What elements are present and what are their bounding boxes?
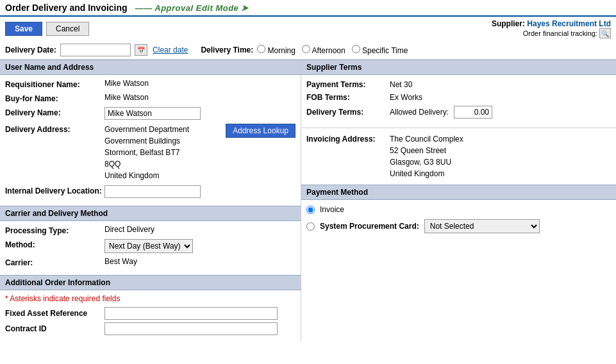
- asterisk-note: * Asterisks indicate required fields: [5, 294, 296, 303]
- payment-method-section-header: Payment Method: [301, 185, 616, 200]
- delivery-time-options: Morning Afternoon Specific Time: [257, 45, 408, 55]
- user-address-form: Requisitioner Name: Mike Watson Buy-for …: [0, 75, 301, 206]
- requisitioner-row: Requisitioner Name: Mike Watson: [5, 79, 296, 89]
- morning-radio[interactable]: [257, 45, 265, 53]
- supplier-terms-section-header: Supplier Terms: [301, 60, 616, 75]
- delivery-address-row: Delivery Address: Government DepartmentG…: [5, 124, 296, 181]
- carrier-label: Carrier:: [5, 257, 104, 267]
- invoicing-address-label: Invoicing Address:: [306, 133, 390, 144]
- contract-id-row: Contract ID: [5, 322, 296, 335]
- additional-section-header: Additional Order Information: [0, 275, 301, 290]
- page-title: Order Delivery and Invoicing: [5, 3, 128, 13]
- carrier-row: Carrier: Best Way: [5, 257, 296, 267]
- contract-id-input[interactable]: [104, 322, 278, 335]
- supplier-label: Supplier:: [492, 19, 525, 28]
- approval-mode-label: Approval Edit Mode: [135, 3, 249, 13]
- internal-delivery-input[interactable]: [104, 185, 201, 198]
- delivery-terms-value: Allowed Delivery:: [390, 106, 492, 119]
- procurement-card-row: System Procurement Card: Not Selected Ca…: [306, 219, 611, 233]
- payment-terms-value: Net 30: [390, 80, 412, 89]
- afternoon-radio[interactable]: [302, 45, 310, 53]
- divider: [301, 128, 616, 128]
- order-tracking-label: Order financial tracking:: [523, 29, 597, 37]
- delivery-name-row: Delivery Name:: [5, 107, 296, 120]
- delivery-date-input[interactable]: [60, 44, 131, 56]
- carrier-value: Best Way: [104, 257, 296, 266]
- morning-option[interactable]: Morning: [257, 45, 296, 55]
- tracking-icon[interactable]: 🔍: [599, 28, 611, 38]
- delivery-time-group: Delivery Time: Morning Afternoon Specifi…: [201, 45, 408, 55]
- invoicing-address-value: The Council Complex52 Queen StreetGlasgo…: [390, 133, 463, 179]
- delivery-name-input[interactable]: [104, 107, 201, 120]
- delivery-date-label: Delivery Date:: [5, 46, 56, 54]
- toolbar: Save Cancel Supplier: Hayes Recruitment …: [0, 17, 616, 41]
- allowed-delivery-input[interactable]: [454, 106, 492, 119]
- delivery-address-value: Government DepartmentGovernment Building…: [104, 124, 296, 181]
- supplier-info: Supplier: Hayes Recruitment Ltd Order fi…: [492, 19, 611, 38]
- carrier-section-header: Carrier and Delivery Method: [0, 206, 301, 221]
- processing-type-row: Processing Type: Direct Delivery: [5, 225, 296, 235]
- fixed-asset-row: Fixed Asset Reference: [5, 307, 296, 320]
- processing-type-value: Direct Delivery: [104, 225, 296, 234]
- delivery-time-label: Delivery Time:: [201, 46, 253, 54]
- delivery-address-label: Delivery Address:: [5, 124, 104, 134]
- cancel-button[interactable]: Cancel: [46, 22, 89, 36]
- invoice-payment-row: Invoice: [306, 205, 611, 214]
- additional-form: * Asterisks indicate required fields Fix…: [0, 290, 301, 342]
- proc-card-radio[interactable]: [306, 222, 315, 231]
- payment-method-form: Invoice System Procurement Card: Not Sel…: [301, 200, 616, 244]
- invoicing-address-row: Invoicing Address: The Council Complex52…: [306, 133, 611, 179]
- requisitioner-label: Requisitioner Name:: [5, 79, 104, 89]
- proc-card-label: System Procurement Card:: [320, 222, 419, 231]
- calendar-icon[interactable]: 📅: [135, 44, 147, 56]
- delivery-address-text: Government DepartmentGovernment Building…: [104, 124, 221, 181]
- delivery-terms-row: Delivery Terms: Allowed Delivery:: [306, 106, 611, 119]
- payment-terms-label: Payment Terms:: [306, 80, 390, 89]
- buy-for-row: Buy-for Name: Mike Watson: [5, 93, 296, 103]
- method-row: Method: Next Day (Best Way) Standard Exp…: [5, 239, 296, 253]
- carrier-form: Processing Type: Direct Delivery Method:…: [0, 221, 301, 275]
- supplier-name: Hayes Recruitment Ltd: [527, 19, 611, 28]
- buy-for-label: Buy-for Name:: [5, 93, 104, 103]
- save-button[interactable]: Save: [5, 22, 42, 36]
- payment-terms-row: Payment Terms: Net 30: [306, 80, 611, 89]
- method-select[interactable]: Next Day (Best Way) Standard Express: [104, 239, 193, 253]
- invoice-radio[interactable]: [306, 206, 315, 214]
- method-label: Method:: [5, 239, 104, 249]
- delivery-date-group: Delivery Date: 📅 Clear date: [5, 44, 188, 56]
- main-content: User Name and Address Requisitioner Name…: [0, 60, 616, 342]
- left-column: User Name and Address Requisitioner Name…: [0, 60, 301, 342]
- internal-delivery-field: [104, 185, 296, 198]
- supplier-terms-form: Payment Terms: Net 30 FOB Terms: Ex Work…: [301, 75, 616, 128]
- invoice-label: Invoice: [320, 205, 344, 214]
- internal-delivery-row: Internal Delivery Location:: [5, 185, 296, 198]
- fixed-asset-label: Fixed Asset Reference: [5, 309, 104, 318]
- fob-terms-row: FOB Terms: Ex Works: [306, 93, 611, 102]
- delivery-name-label: Delivery Name:: [5, 107, 104, 117]
- clear-date-link[interactable]: Clear date: [153, 46, 188, 54]
- specific-time-option[interactable]: Specific Time: [352, 45, 408, 55]
- internal-delivery-label: Internal Delivery Location:: [5, 185, 104, 195]
- delivery-terms-label: Delivery Terms:: [306, 108, 390, 117]
- requisitioner-value: Mike Watson: [104, 79, 296, 88]
- proc-card-select[interactable]: Not Selected Card 1 Card 2: [424, 219, 540, 233]
- afternoon-option[interactable]: Afternoon: [302, 45, 345, 55]
- processing-type-label: Processing Type:: [5, 225, 104, 235]
- specific-time-radio[interactable]: [352, 45, 360, 53]
- toolbar-buttons: Save Cancel: [5, 22, 89, 36]
- buy-for-value: Mike Watson: [104, 93, 296, 102]
- address-lookup-button[interactable]: Address Lookup: [226, 124, 296, 138]
- fob-terms-value: Ex Works: [390, 93, 422, 102]
- right-column: Supplier Terms Payment Terms: Net 30 FOB…: [301, 60, 616, 342]
- contract-id-label: Contract ID: [5, 324, 104, 333]
- fob-terms-label: FOB Terms:: [306, 93, 390, 102]
- delivery-date-time-row: Delivery Date: 📅 Clear date Delivery Tim…: [0, 41, 616, 60]
- user-address-section-header: User Name and Address: [0, 60, 301, 75]
- delivery-name-field: [104, 107, 296, 120]
- allowed-delivery-label: Allowed Delivery:: [390, 108, 449, 117]
- method-field: Next Day (Best Way) Standard Express: [104, 239, 296, 253]
- fixed-asset-input[interactable]: [104, 307, 278, 320]
